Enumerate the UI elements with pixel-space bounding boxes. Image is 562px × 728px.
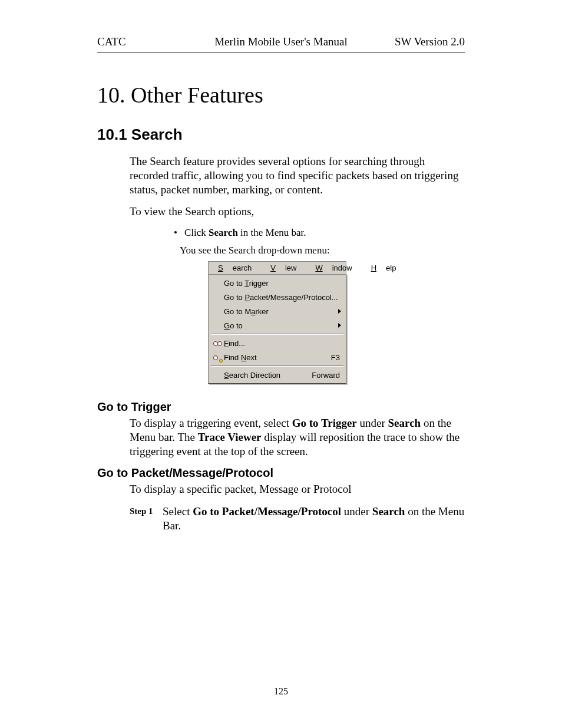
bullet-click-search: • Click Search in the Menu bar. [174,227,465,239]
menu-search[interactable]: Search [209,262,261,274]
page-number: 125 [97,686,465,697]
page-header: CATC Merlin Mobile User's Manual SW Vers… [97,35,465,48]
menu-separator [211,334,343,335]
menu-screenshot: Search View Window Help Go to Trigger Go… [208,261,465,384]
step-1-row: Step 1 Select Go to Packet/Message/Proto… [130,505,465,533]
blank-icon [212,292,224,302]
menu-item-go-to-packet[interactable]: Go to Packet/Message/Protocol... [210,290,345,304]
blank-icon [212,370,224,380]
submenu-arrow-icon [338,323,341,328]
menu-item-find[interactable]: Find... [210,336,345,350]
menu-item-go-to-trigger[interactable]: Go to Trigger [210,276,345,290]
chapter-title: 10. Other Features [97,82,465,108]
bullet-icon: • [174,227,184,239]
subheading-go-to-trigger: Go to Trigger [97,400,465,414]
menu-window[interactable]: Window [306,262,361,274]
view-options-line: To view the Search options, [130,205,465,219]
go-to-trigger-paragraph: To display a triggering event, select Go… [130,416,465,458]
search-dropdown: Go to Trigger Go to Packet/Message/Proto… [208,274,346,384]
submenu-arrow-icon [338,309,341,314]
section-title: 10.1 Search [97,126,465,144]
dropdown-caption: You see the Search drop-down menu: [180,245,465,256]
header-rule [97,52,465,52]
step-text: Select Go to Packet/Message/Protocol und… [163,505,465,533]
blank-icon [212,307,224,316]
intro-paragraph: The Search feature provides several opti… [130,154,465,196]
header-left: CATC [97,35,189,48]
blank-icon [212,278,224,288]
direction-value: Forward [312,371,340,380]
binoculars-icon [212,338,224,348]
step-label: Step 1 [130,505,163,533]
binoculars-next-icon [212,353,224,362]
menu-item-search-direction[interactable]: Search Direction Forward [210,368,345,382]
header-center: Merlin Mobile User's Manual [189,35,373,48]
menu-item-go-to[interactable]: Go to [210,318,345,332]
menu-help[interactable]: Help [362,262,406,274]
accelerator-key: F3 [331,353,340,362]
menu-item-find-next[interactable]: Find Next F3 [210,350,345,364]
menu-separator [211,365,343,367]
header-right: SW Version 2.0 [373,35,465,48]
menu-item-go-to-marker[interactable]: Go to Marker [210,304,345,318]
blank-icon [212,321,224,330]
subheading-go-to-packet: Go to Packet/Message/Protocol [97,466,465,480]
menu-bar: Search View Window Help [208,261,346,274]
go-to-packet-intro: To display a specific packet, Message or… [130,482,465,496]
bullet-text: Click Search in the Menu bar. [184,227,306,239]
menu-view[interactable]: View [261,262,306,274]
